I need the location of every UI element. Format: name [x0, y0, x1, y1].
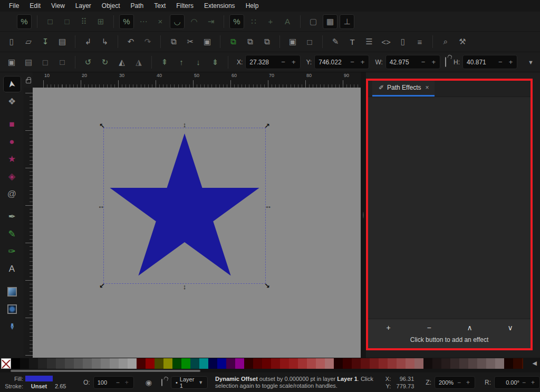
swatch-15[interactable] [137, 358, 146, 369]
move-effect-down-button[interactable]: ∨ [490, 323, 531, 332]
swatch-12[interactable] [110, 358, 119, 369]
mesh-gradient-tool[interactable] [3, 301, 21, 317]
stroke-width[interactable]: 2.65 [55, 383, 71, 389]
opacity-spinner[interactable]: 100 − + [93, 376, 134, 389]
swatch-40[interactable] [361, 358, 370, 369]
node-tool[interactable]: ❖ [3, 93, 21, 110]
swatch-9[interactable] [83, 358, 92, 369]
w-plus-button[interactable]: + [428, 58, 439, 66]
x-minus-button[interactable]: − [278, 58, 288, 66]
swatch-3[interactable] [29, 358, 38, 369]
deselect-button[interactable]: ◻ [38, 55, 53, 70]
swatch-29[interactable] [262, 358, 271, 369]
snap-global-button[interactable]: % [17, 14, 32, 29]
dimension-lock-button[interactable] [445, 58, 446, 67]
star-tool[interactable]: ★ [3, 151, 21, 167]
flip-vertical-button[interactable]: ◮ [131, 55, 146, 70]
h-plus-button[interactable]: + [506, 58, 516, 66]
swatch-47[interactable] [423, 358, 432, 369]
h-minus-button[interactable]: − [495, 58, 506, 66]
layer-lock-icon[interactable] [161, 379, 162, 386]
flip-horizontal-button[interactable]: ◭ [114, 55, 129, 70]
zoom-plus-button[interactable]: + [464, 379, 472, 386]
swatch-46[interactable] [414, 358, 423, 369]
menu-edit[interactable]: Edit [25, 1, 45, 11]
canvas[interactable]: ↖ ↗ ↙ ↘ ↕ ↕ ↔ ↔ [33, 88, 361, 358]
snap-bbox-button[interactable]: □ [43, 14, 57, 29]
preferences-button[interactable]: ⚒ [455, 34, 470, 49]
snap-intersections-button[interactable]: × [153, 14, 168, 29]
scale-handle-se[interactable]: ↘ [264, 282, 270, 289]
swatch-53[interactable] [477, 358, 486, 369]
zoom-spinner[interactable]: 200% − + [435, 376, 475, 389]
swatch-none[interactable] [1, 358, 11, 369]
swatch-14[interactable] [128, 358, 137, 369]
swatch-28[interactable] [253, 358, 262, 369]
swatch-5[interactable] [47, 358, 56, 369]
w-minus-button[interactable]: − [418, 58, 429, 66]
pencil-tool[interactable]: ✎ [3, 226, 21, 242]
scale-handle-nw[interactable]: ↖ [99, 122, 105, 129]
snap-object-centers-button[interactable]: ∷ [246, 14, 261, 29]
dock-splitter[interactable]: ⁝⁝⁝ [361, 72, 366, 358]
paste-button[interactable]: ▣ [200, 34, 215, 49]
scale-handle-w[interactable]: ↔ [98, 203, 104, 209]
swatch-23[interactable] [208, 358, 217, 369]
new-document-button[interactable]: ▯ [4, 34, 19, 49]
swatch-33[interactable] [298, 358, 307, 369]
export-bitmap-button[interactable]: ↳ [98, 34, 112, 49]
spiral-tool[interactable]: @ [3, 186, 21, 202]
x-plus-button[interactable]: + [288, 58, 299, 66]
document-properties-button[interactable]: ▯ [396, 34, 410, 49]
lower-button[interactable]: ↓ [191, 55, 206, 70]
swatch-39[interactable] [352, 358, 361, 369]
swatch-34[interactable] [307, 358, 316, 369]
box3d-tool[interactable]: ◈ [3, 168, 21, 185]
swatch-6[interactable] [56, 358, 65, 369]
w-value[interactable]: 42.975 [390, 59, 418, 66]
gradient-tool[interactable] [3, 283, 21, 300]
rotation-value[interactable]: 0.00° [498, 379, 519, 386]
dropper-tool[interactable]: ✒ [3, 318, 21, 334]
snap-smooth-nodes-button[interactable]: ◠ [187, 14, 201, 29]
menu-layer[interactable]: Layer [71, 1, 96, 11]
swatch-10[interactable] [92, 358, 101, 369]
guide-lock-corner[interactable] [24, 72, 33, 88]
scale-handle-s[interactable]: ↕ [183, 283, 187, 290]
redo-button[interactable]: ↷ [140, 34, 155, 49]
snap-guides-button[interactable]: ⊥ [340, 14, 354, 29]
opacity-value[interactable]: 100 [98, 379, 113, 386]
close-icon[interactable]: × [426, 84, 429, 91]
swatch-41[interactable] [370, 358, 379, 369]
swatch-37[interactable] [334, 358, 343, 369]
layers-dialog-button[interactable]: ☰ [362, 34, 377, 49]
swatch-4[interactable] [38, 358, 47, 369]
save-document-button[interactable]: ↧ [38, 34, 53, 49]
snap-grids-button[interactable]: ▦ [323, 14, 338, 29]
fill-color-swatch[interactable] [25, 376, 53, 381]
swatch-19[interactable] [172, 358, 181, 369]
swatch-49[interactable] [441, 358, 450, 369]
rectangle-tool[interactable]: ■ [3, 116, 21, 132]
rotate-cw-button[interactable]: ↻ [98, 55, 112, 70]
palette-prev-icon[interactable]: ◀ [533, 360, 537, 367]
scale-handle-n[interactable]: ↕ [183, 121, 187, 128]
palette-scrollbar[interactable] [11, 370, 200, 372]
snap-paths-button[interactable]: ⋯ [136, 14, 151, 29]
print-document-button[interactable]: ▤ [55, 34, 70, 49]
text-tool[interactable]: A [3, 261, 21, 277]
swatch-36[interactable] [325, 358, 334, 369]
snap-bbox-midpoints-button[interactable]: ⊞ [93, 14, 108, 29]
group-button[interactable]: ▣ [285, 34, 300, 49]
text-dialog-button[interactable]: T [345, 34, 360, 49]
swatch-1[interactable] [11, 358, 20, 369]
snap-midpoints-button[interactable]: ⇥ [204, 14, 218, 29]
import-bitmap-button[interactable]: ↲ [81, 34, 95, 49]
menu-help[interactable]: Help [241, 1, 264, 11]
swatch-7[interactable] [65, 358, 74, 369]
zoom-value[interactable]: 200% [439, 379, 455, 386]
ellipse-tool[interactable]: ● [3, 133, 21, 150]
y-value[interactable]: 746.022 [319, 59, 347, 66]
swatch-44[interactable] [397, 358, 406, 369]
undo-button[interactable]: ↶ [123, 34, 138, 49]
